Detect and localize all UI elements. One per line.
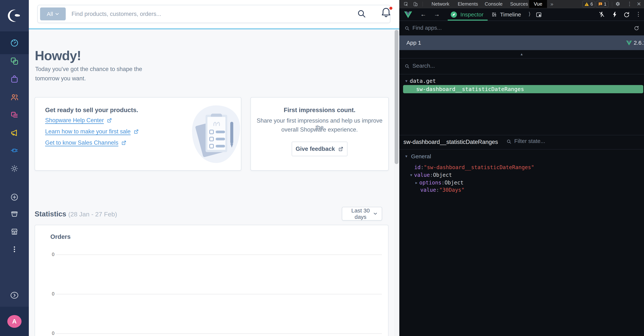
state-row-value-30days[interactable]: value: "30Days" bbox=[420, 187, 464, 193]
devtools-panel: Network Elements Console Sources Vue » 6… bbox=[399, 0, 644, 336]
inspector-compass-icon[interactable] bbox=[450, 11, 457, 18]
state-key: value bbox=[420, 187, 436, 193]
greeting-line2: tomorrow you want. bbox=[35, 75, 86, 82]
tab-elements[interactable]: Elements bbox=[454, 0, 481, 8]
tab-sources-label: Sources bbox=[510, 1, 528, 7]
tab-timeline[interactable]: Timeline bbox=[500, 11, 521, 18]
page-scrollbar-thumb[interactable] bbox=[395, 30, 398, 164]
component-search-input[interactable] bbox=[412, 63, 581, 69]
marketing-icon bbox=[10, 128, 19, 137]
state-row-value[interactable]: ▼ value: Object bbox=[410, 172, 452, 178]
devtools-close-button[interactable]: ✕ bbox=[637, 1, 641, 7]
statistics-title: Statistics bbox=[35, 210, 66, 218]
sidebar-expand-button[interactable] bbox=[0, 286, 29, 304]
toolbar-divider bbox=[612, 2, 612, 6]
settings-icon bbox=[10, 164, 19, 173]
sidebar-item-content[interactable] bbox=[0, 106, 29, 124]
give-feedback-button[interactable]: Give feedback bbox=[292, 142, 348, 156]
warnings-badge[interactable]: 6 bbox=[582, 1, 595, 7]
state-separator: : bbox=[430, 172, 433, 178]
link-help-center[interactable]: Shopware Help Center bbox=[45, 117, 112, 124]
tab-network[interactable]: Network bbox=[428, 0, 453, 8]
sidebar-item-extensions[interactable] bbox=[0, 142, 29, 160]
issues-badge[interactable]: 1 bbox=[596, 1, 608, 7]
filter-state-input[interactable] bbox=[514, 138, 630, 144]
state-value: Object bbox=[433, 172, 452, 178]
timeline-icon[interactable] bbox=[492, 12, 498, 18]
link-sales-channels[interactable]: Get to know Sales Channels bbox=[45, 139, 126, 146]
toolbar-chevron[interactable]: ⟩ bbox=[528, 11, 530, 17]
lightning-off-icon[interactable] bbox=[598, 11, 605, 18]
statistics-header: Statistics (28 Jan - 27 Feb) bbox=[35, 210, 117, 218]
state-row-options[interactable]: ▶ options: Object bbox=[416, 179, 464, 186]
vue-logo-icon bbox=[404, 11, 412, 18]
state-section-general[interactable]: ▼ General bbox=[404, 153, 431, 160]
sidebar-item-customers[interactable] bbox=[0, 88, 29, 106]
devtools-kebab-menu[interactable]: ⋮ bbox=[627, 1, 632, 6]
y-tick: 0 bbox=[48, 291, 54, 297]
search-icon[interactable] bbox=[357, 9, 366, 19]
scroll-up-hint[interactable]: ▲ bbox=[399, 52, 644, 56]
find-apps-input[interactable] bbox=[412, 25, 581, 31]
statistics-range: (28 Jan - 27 Feb) bbox=[68, 211, 117, 218]
tab-console[interactable]: Console bbox=[481, 0, 506, 8]
state-separator: : bbox=[442, 179, 444, 186]
gear-icon[interactable] bbox=[615, 1, 620, 7]
link-first-sale[interactable]: Learn how to make your first sale bbox=[45, 128, 139, 135]
sidebar-item-add-module[interactable] bbox=[0, 188, 29, 206]
tab-network-label: Network bbox=[432, 1, 449, 7]
tab-sources[interactable]: Sources bbox=[507, 0, 531, 8]
kebab-glyph: ⋮ bbox=[636, 11, 641, 17]
give-feedback-label: Give feedback bbox=[296, 146, 335, 152]
search-input[interactable] bbox=[72, 6, 343, 22]
state-value: "sw-dashboard__statisticDateRanges" bbox=[424, 164, 534, 170]
tree-item-selected[interactable]: sw-dashboard__statisticDateRanges bbox=[403, 85, 643, 93]
dock-panel-icon[interactable] bbox=[536, 11, 542, 18]
user-avatar[interactable]: A bbox=[7, 315, 22, 328]
sidebar-item-storefront[interactable] bbox=[0, 223, 29, 241]
catalogues-icon bbox=[10, 57, 19, 66]
app-version-number: 2.6.14 bbox=[634, 40, 644, 46]
lightning-icon[interactable] bbox=[611, 11, 618, 18]
state-value: Object bbox=[444, 179, 464, 186]
tab-console-label: Console bbox=[485, 1, 502, 7]
warning-triangle-icon bbox=[584, 2, 589, 6]
chart-gridline bbox=[56, 294, 382, 294]
more-tabs-icon[interactable]: » bbox=[550, 0, 554, 8]
shopware-logo[interactable] bbox=[0, 0, 29, 31]
toolbar-divider bbox=[422, 2, 423, 6]
notification-dot bbox=[389, 6, 393, 10]
refresh-icon[interactable] bbox=[623, 11, 630, 18]
date-range-dropdown[interactable]: Last 30 days bbox=[342, 207, 382, 220]
history-forward-button[interactable]: → bbox=[434, 11, 440, 18]
history-back-button[interactable]: ← bbox=[420, 11, 426, 18]
external-link-icon bbox=[338, 146, 344, 152]
external-link-icon bbox=[133, 129, 139, 134]
refresh-apps-icon[interactable] bbox=[634, 25, 639, 31]
state-key: id bbox=[414, 164, 421, 170]
sidebar-item-shop[interactable] bbox=[0, 205, 29, 223]
search-icon bbox=[506, 139, 512, 144]
sidebar-item-marketing[interactable] bbox=[0, 124, 29, 142]
sidebar-item-orders[interactable] bbox=[0, 70, 29, 88]
app-row[interactable]: App 1 2.6.14 bbox=[399, 35, 644, 50]
link-sales-channels-label: Get to know Sales Channels bbox=[45, 139, 118, 146]
search-scope-dropdown[interactable]: All bbox=[40, 7, 66, 20]
device-toolbar-icon[interactable] bbox=[413, 1, 418, 7]
storefront-icon bbox=[10, 227, 19, 236]
sidebar-item-dashboard[interactable] bbox=[0, 34, 29, 52]
notification-bell[interactable] bbox=[380, 6, 393, 19]
sidebar-item-catalogues[interactable] bbox=[0, 52, 29, 70]
vue-kebab-menu[interactable]: ⋮ bbox=[636, 11, 641, 17]
sidebar-item-more[interactable] bbox=[0, 240, 29, 258]
inspect-element-icon[interactable] bbox=[404, 1, 409, 7]
tab-vue[interactable]: Vue bbox=[529, 0, 547, 8]
close-glyph: ✕ bbox=[637, 1, 641, 7]
tree-group-data-get[interactable]: ▼ data.get bbox=[405, 78, 436, 84]
warning-count: 6 bbox=[590, 1, 593, 7]
tab-inspector[interactable]: Inspector bbox=[460, 11, 483, 18]
expand-chevron-icon bbox=[10, 291, 19, 300]
sidebar-item-settings[interactable] bbox=[0, 160, 29, 177]
feedback-card-title: First impressions count. bbox=[250, 107, 389, 114]
state-row-id[interactable]: id: "sw-dashboard__statisticDateRanges" bbox=[414, 164, 534, 170]
